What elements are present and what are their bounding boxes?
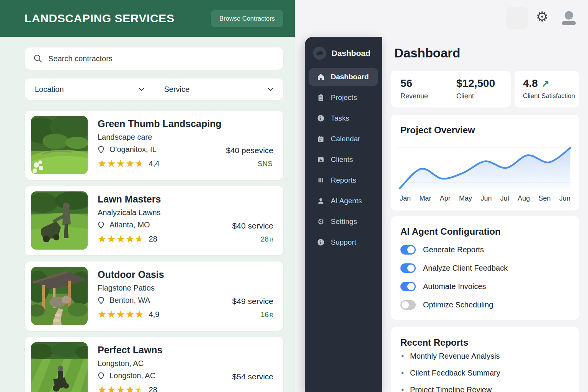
stat-value: $12,500: [456, 77, 495, 90]
section-title: Recent Reports: [400, 337, 468, 348]
recent-reports-list: • Monthly Revenue Analysis • Cilent Feed…: [401, 352, 500, 392]
sidebar-item-support[interactable]: Support: [309, 234, 378, 251]
clipboard-icon: [317, 94, 325, 101]
sidebar-item-dashboard[interactable]: Dashboard: [309, 68, 378, 86]
sidebar-item-projects[interactable]: Projects: [309, 89, 378, 106]
toggle-switch[interactable]: [400, 300, 416, 310]
toggle-switch[interactable]: [400, 245, 416, 255]
sidebar-item-label: AI Agents: [331, 197, 362, 205]
stat-label: Revenue: [400, 92, 428, 100]
section-title: AI Agent Configuration: [400, 226, 501, 237]
x-tick: Jan: [400, 194, 411, 203]
settings-gear-icon[interactable]: ⚙: [536, 10, 548, 24]
toggle-switch[interactable]: [400, 263, 416, 273]
contractor-location: Benton, WA: [109, 296, 150, 305]
contractor-rating-value: 4,4: [149, 159, 160, 168]
sidebar-item-reports[interactable]: Reports: [309, 172, 378, 189]
chart-x-axis: Jan Mar Apr May Jun Jul Aug Sen Jun: [400, 194, 570, 203]
trend-up-icon: ↗: [541, 78, 549, 89]
section-title: Project Overview: [400, 125, 475, 136]
bullet-icon: •: [401, 369, 404, 377]
app-logo-icon: [313, 47, 326, 60]
toggle-label: Analyze Client Feedback: [423, 264, 508, 273]
recent-reports-card: Recent Reports • Monthly Revenue Analysi…: [391, 327, 579, 392]
report-title: Project Timeline Review: [410, 385, 492, 392]
blurred-button-placeholder: [506, 7, 528, 29]
toggle-row-automate-invoices: Automate Invoices: [400, 282, 486, 291]
report-list-item[interactable]: • Monthly Revenue Analysis: [401, 352, 500, 361]
contractor-card[interactable]: Perfect Lawns Longston, AC Longston, AC …: [25, 337, 283, 392]
app-title: LANDSCAPING SERVICES: [24, 12, 175, 25]
info-circle-icon: [317, 114, 325, 122]
location-filter[interactable]: Location: [25, 78, 154, 100]
sidebar-item-tasks[interactable]: Tasks: [309, 109, 378, 127]
location-pin-icon: [98, 297, 105, 304]
toggle-label: Generate Reports: [423, 245, 484, 254]
landscaping-app: LANDSCAPING SERVICES Browse Contractors …: [0, 0, 295, 392]
sidebar-item-label: Calendar: [331, 135, 360, 143]
toggle-switch[interactable]: [400, 282, 416, 291]
contractor-card[interactable]: Green Thumb Landscaping Landscape care O…: [25, 111, 283, 180]
contractor-price: $54 service: [232, 372, 273, 381]
service-filter[interactable]: Service: [154, 78, 284, 100]
browse-contractors-button[interactable]: Browse Contractors: [211, 10, 283, 27]
sidebar-logo-label: Dashboad: [332, 49, 371, 58]
contractor-name: Perfect Lawns: [98, 345, 163, 356]
sidebar-item-calendar[interactable]: Calendar: [309, 130, 378, 148]
toggle-row-optimize-scheduling: Optimize Scheduling: [400, 300, 493, 310]
star-rating-icon: ★★★★★★★★★★: [98, 234, 144, 245]
stat-label: Client Satisfaction: [523, 92, 579, 100]
contractor-subtitle: Flagstone Patios: [98, 284, 155, 292]
filter-bar: Location Service: [25, 78, 283, 100]
x-tick: Jul: [500, 194, 509, 203]
stat-value: 56: [400, 77, 428, 90]
contractor-photo: [31, 191, 88, 250]
project-overview-chart: [397, 141, 573, 194]
stat-satisfaction-card: 4.8 ↗ Client Satisfaction: [514, 71, 579, 108]
sidebar-logo-row: Dashboad: [305, 37, 382, 66]
contractor-subtitle: Landscape care: [98, 133, 152, 142]
person-icon: [317, 197, 325, 205]
contractor-card[interactable]: Outdoor Oasis Flagstone Patios Benton, W…: [25, 261, 283, 331]
stat-value: 4.8: [523, 77, 538, 90]
sidebar-item-label: Dashboard: [331, 73, 369, 81]
contractor-price: $40 pesevice: [226, 146, 273, 155]
contractor-price: $49 service: [232, 297, 273, 306]
star-rating-icon: ★★★★★★★★★★: [98, 384, 144, 392]
dashboard-sidebar: Dashboad Dashboard Projects Tasks Calend…: [305, 37, 382, 392]
report-list-item[interactable]: • Project Timeline Review: [401, 385, 500, 392]
sidebar-item-label: Reports: [331, 176, 356, 185]
profile-icon[interactable]: [562, 11, 576, 26]
contractor-badge: 16R: [261, 310, 273, 319]
sidebar-item-label: Support: [331, 238, 356, 247]
image-icon: [317, 156, 325, 163]
contractor-rating-value: 28: [149, 385, 157, 392]
toggle-label: Optimize Scheduling: [423, 301, 493, 309]
report-list-item[interactable]: • Cilent Feedback Summary: [401, 369, 500, 377]
service-filter-label: Service: [164, 85, 190, 94]
info-circle-icon: [317, 238, 325, 246]
sidebar-item-clients[interactable]: Clients: [309, 151, 378, 168]
search-bar[interactable]: [25, 47, 283, 70]
x-tick: May: [459, 194, 472, 203]
contractor-location-row: O'oganitox, IL: [98, 145, 157, 154]
star-rating-icon: ★★★★★★★★★★: [98, 309, 144, 320]
chevron-down-icon: [268, 88, 273, 91]
toggle-label: Automate Invoices: [423, 282, 486, 291]
contractor-badge: 28R: [261, 235, 273, 243]
star-rating-icon: ★★★★★★★★★★: [98, 158, 144, 169]
contractor-name: Green Thumb Landscaping: [98, 118, 222, 129]
bullet-icon: •: [401, 352, 404, 361]
sidebar-item-label: Clients: [331, 155, 353, 164]
sidebar-item-ai-agents[interactable]: AI Agents: [309, 192, 378, 210]
contractor-card[interactable]: Lawn Masters Analyzicala Lawns Atlanta, …: [25, 186, 283, 255]
profile-head-icon: [565, 11, 573, 20]
x-tick: Jun: [480, 194, 492, 203]
search-input[interactable]: [48, 54, 275, 63]
contractor-rating-row: ★★★★★★★★★★ 28: [98, 234, 157, 245]
toggle-row-generate-reports: Generate Reports: [400, 245, 484, 255]
location-pin-icon: [98, 146, 105, 154]
sidebar-item-settings[interactable]: ⚙ Settings: [309, 213, 378, 230]
search-icon: [33, 54, 42, 63]
stats-card: 56 Revenue $12,500 Client: [391, 71, 511, 108]
